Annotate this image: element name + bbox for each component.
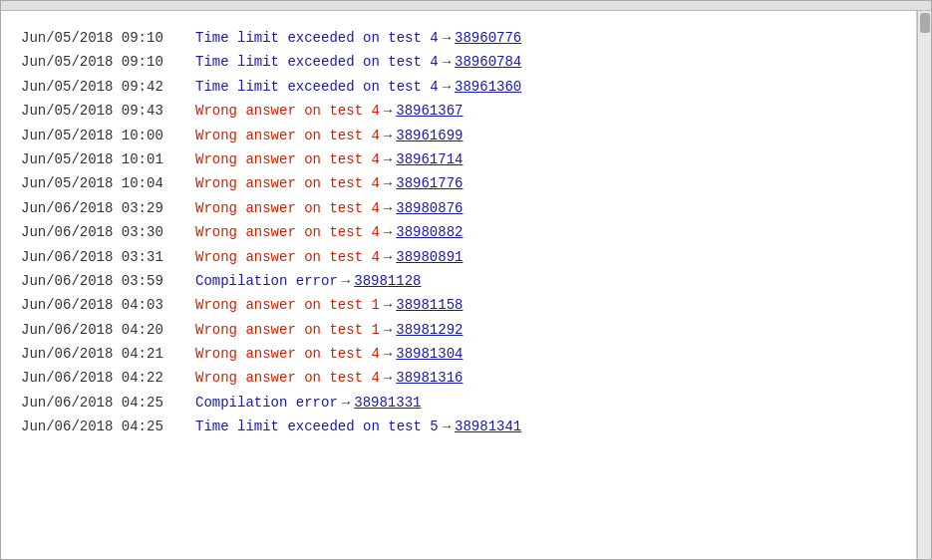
log-entry: Jun/05/2018 10:04Wrong answer on test 4 … — [21, 172, 896, 194]
entry-status: Time limit exceeded on test 5 — [195, 416, 439, 437]
entry-arrow: → — [384, 125, 392, 146]
content-area: Jun/05/2018 09:10Time limit exceeded on … — [1, 11, 931, 559]
entry-arrow: → — [384, 343, 392, 365]
entry-timestamp: Jun/05/2018 10:01 — [21, 148, 195, 170]
log-entry: Jun/05/2018 10:00Wrong answer on test 4 … — [21, 125, 896, 146]
submission-link[interactable]: 38961714 — [396, 148, 463, 170]
submission-link[interactable]: 38981331 — [354, 392, 421, 414]
entry-arrow: → — [384, 221, 392, 243]
top-scrollbar[interactable] — [1, 1, 931, 11]
submission-link[interactable]: 38981304 — [396, 343, 463, 365]
entry-timestamp: Jun/06/2018 04:03 — [21, 294, 195, 316]
entry-status: Wrong answer on test 4 — [195, 172, 380, 194]
scrollbar-thumb[interactable] — [920, 13, 930, 33]
log-entry: Jun/05/2018 10:01Wrong answer on test 4 … — [21, 148, 896, 170]
entry-timestamp: Jun/05/2018 09:43 — [21, 100, 195, 122]
entry-timestamp: Jun/05/2018 10:04 — [21, 172, 195, 194]
submission-link[interactable]: 38960784 — [455, 51, 521, 73]
submission-link[interactable]: 38981158 — [396, 294, 463, 316]
entry-arrow: → — [342, 392, 350, 414]
entry-timestamp: Jun/05/2018 09:10 — [21, 51, 195, 73]
log-entry: Jun/06/2018 04:21Wrong answer on test 4 … — [21, 343, 896, 365]
entry-status: Wrong answer on test 4 — [195, 148, 380, 170]
entry-status: Wrong answer on test 4 — [195, 367, 380, 389]
submission-link[interactable]: 38961360 — [455, 76, 521, 98]
log-entry: Jun/06/2018 04:20Wrong answer on test 1 … — [21, 319, 896, 341]
entry-arrow: → — [342, 270, 350, 292]
entry-status: Wrong answer on test 4 — [195, 100, 380, 122]
log-entry: Jun/06/2018 04:03Wrong answer on test 1 … — [21, 294, 896, 316]
log-entry: Jun/06/2018 04:22Wrong answer on test 4 … — [21, 367, 896, 389]
entry-status: Wrong answer on test 4 — [195, 125, 380, 146]
entry-timestamp: Jun/06/2018 04:22 — [21, 367, 195, 389]
entry-timestamp: Jun/06/2018 04:20 — [21, 319, 195, 341]
entry-status: Wrong answer on test 1 — [195, 294, 380, 316]
entry-status: Wrong answer on test 1 — [195, 319, 380, 341]
log-entry: Jun/06/2018 03:30Wrong answer on test 4 … — [21, 221, 896, 243]
entry-arrow: → — [384, 294, 392, 316]
entry-timestamp: Jun/06/2018 03:59 — [21, 270, 195, 292]
entry-arrow: → — [443, 76, 451, 98]
entry-arrow: → — [443, 51, 451, 73]
entry-timestamp: Jun/05/2018 09:42 — [21, 76, 195, 98]
entry-arrow: → — [443, 416, 451, 437]
submission-link[interactable]: 38980876 — [396, 197, 463, 219]
submission-link[interactable]: 38981341 — [455, 416, 521, 437]
submission-link[interactable]: 38980891 — [396, 246, 463, 268]
entry-status: Wrong answer on test 4 — [195, 343, 380, 365]
entry-arrow: → — [384, 172, 392, 194]
entry-status: Wrong answer on test 4 — [195, 221, 380, 243]
submission-link[interactable]: 38981316 — [396, 367, 463, 389]
submission-link[interactable]: 38981292 — [396, 319, 463, 341]
entry-status: Wrong answer on test 4 — [195, 246, 380, 268]
log-entry: Jun/05/2018 09:10Time limit exceeded on … — [21, 51, 896, 73]
entry-arrow: → — [384, 100, 392, 122]
log-entry: Jun/06/2018 03:29Wrong answer on test 4 … — [21, 197, 896, 219]
right-scrollbar[interactable] — [917, 11, 931, 559]
main-window: Jun/05/2018 09:10Time limit exceeded on … — [0, 0, 932, 560]
submission-link[interactable]: 38980882 — [396, 221, 463, 243]
log-entry: Jun/06/2018 04:25Compilation error → 389… — [21, 392, 896, 414]
log-entry: Jun/06/2018 03:31Wrong answer on test 4 … — [21, 246, 896, 268]
entry-arrow: → — [384, 197, 392, 219]
entry-arrow: → — [384, 367, 392, 389]
entry-arrow: → — [384, 148, 392, 170]
entry-timestamp: Jun/06/2018 04:25 — [21, 392, 195, 414]
entry-timestamp: Jun/06/2018 03:31 — [21, 246, 195, 268]
entry-status: Time limit exceeded on test 4 — [195, 27, 439, 49]
entry-status: Wrong answer on test 4 — [195, 197, 380, 219]
submission-link[interactable]: 38960776 — [455, 27, 521, 49]
log-entry: Jun/05/2018 09:42Time limit exceeded on … — [21, 76, 896, 98]
log-entry: Jun/06/2018 04:25Time limit exceeded on … — [21, 416, 896, 437]
log-entry: Jun/06/2018 03:59Compilation error → 389… — [21, 270, 896, 292]
entry-timestamp: Jun/06/2018 03:29 — [21, 197, 195, 219]
submission-link[interactable]: 38961699 — [396, 125, 463, 146]
entry-arrow: → — [384, 246, 392, 268]
entry-timestamp: Jun/05/2018 10:00 — [21, 125, 195, 146]
log-entry: Jun/05/2018 09:43Wrong answer on test 4 … — [21, 100, 896, 122]
entry-status: Compilation error — [195, 270, 338, 292]
entry-arrow: → — [384, 319, 392, 341]
entry-arrow: → — [443, 27, 451, 49]
submission-link[interactable]: 38961776 — [396, 172, 463, 194]
entry-status: Compilation error — [195, 392, 338, 414]
entry-timestamp: Jun/05/2018 09:10 — [21, 27, 195, 49]
log-entry: Jun/05/2018 09:10Time limit exceeded on … — [21, 27, 896, 49]
entry-timestamp: Jun/06/2018 03:30 — [21, 221, 195, 243]
entry-status: Time limit exceeded on test 4 — [195, 76, 439, 98]
entry-status: Time limit exceeded on test 4 — [195, 51, 439, 73]
entry-timestamp: Jun/06/2018 04:21 — [21, 343, 195, 365]
log-list: Jun/05/2018 09:10Time limit exceeded on … — [1, 11, 917, 559]
submission-link[interactable]: 38981128 — [354, 270, 421, 292]
entry-timestamp: Jun/06/2018 04:25 — [21, 416, 195, 437]
submission-link[interactable]: 38961367 — [396, 100, 463, 122]
